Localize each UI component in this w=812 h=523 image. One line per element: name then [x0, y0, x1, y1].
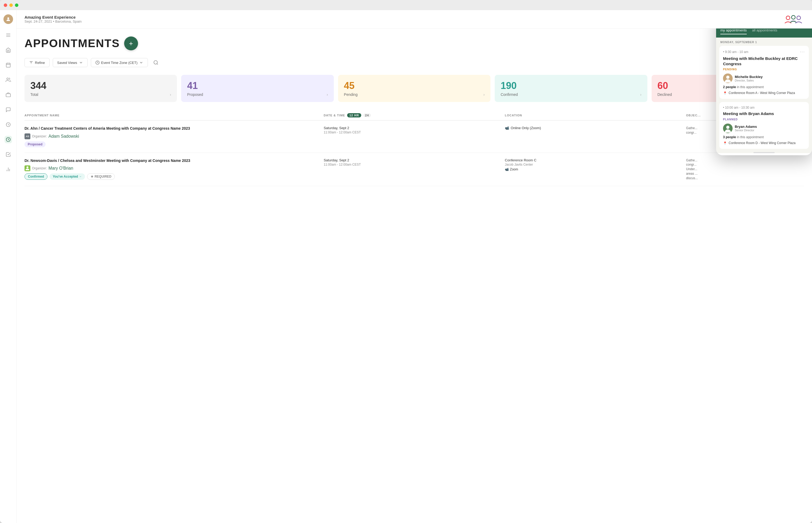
- location-pin-icon-2: 📍: [723, 141, 727, 145]
- mobile-location-text-1: Conference Room A - West Wing Corner Pla…: [729, 91, 795, 95]
- stat-pending-value: 45: [344, 80, 484, 91]
- table-row: Dr. Newsom-Davis / Chelsea and Westminst…: [24, 153, 804, 186]
- maximize-button[interactable]: [15, 3, 18, 7]
- stat-proposed[interactable]: 41 Proposed ›: [181, 75, 334, 102]
- stat-pending-label: Pending ›: [344, 92, 484, 97]
- organizer-avatar-1: AS: [24, 133, 30, 139]
- page-title: APPOINTMENTS: [24, 37, 120, 50]
- location-name-2: Conference Room C: [505, 158, 682, 162]
- organizer-label-1: Organizer:: [32, 134, 47, 138]
- main-content: Amazing Event Experience Sept. 24-27, 20…: [17, 10, 812, 523]
- svg-point-23: [154, 61, 157, 64]
- mobile-tab-my[interactable]: my appointments: [720, 29, 747, 34]
- mobile-appt-time-2: • 10:00 am - 10:30 am: [723, 106, 805, 109]
- page-title-row: APPOINTMENTS +: [24, 36, 804, 50]
- mobile-time-dot-1: • 9:30 am - 10 am: [723, 50, 748, 54]
- minimize-button[interactable]: [9, 3, 13, 7]
- search-icon: [153, 60, 159, 65]
- mobile-appt-status-1: PENDING: [723, 68, 805, 71]
- accepted-chevron-icon: [79, 175, 82, 178]
- stat-total[interactable]: 344 Total ›: [24, 75, 177, 102]
- status-badge-accepted[interactable]: You've Accepted: [50, 173, 85, 180]
- event-name: Amazing Event Experience: [24, 15, 82, 19]
- sidebar-item-briefcase[interactable]: [4, 91, 12, 98]
- star-icon: ★: [91, 175, 93, 178]
- svg-rect-9: [6, 94, 11, 97]
- mobile-person-name-1: Michelle Buckley: [735, 75, 763, 79]
- mobile-avatar-1: [723, 73, 732, 83]
- svg-point-16: [786, 16, 790, 20]
- appointment-cell-1: Dr. Ahn / Cancer Treatment Centers of Am…: [24, 126, 319, 147]
- sidebar-item-messages[interactable]: [4, 106, 12, 113]
- appointment-name-2[interactable]: Dr. Newsom-Davis / Chelsea and Westminst…: [24, 158, 319, 163]
- sidebar-item-analytics[interactable]: [4, 166, 12, 173]
- organizer-link-1[interactable]: Adam Sadowski: [49, 134, 79, 139]
- mobile-more-icon-1[interactable]: ···: [800, 50, 805, 54]
- refine-button[interactable]: Refine: [24, 58, 50, 67]
- timezone-button[interactable]: Event Time Zone (CET): [91, 58, 148, 67]
- logo-icon: [783, 14, 804, 24]
- mobile-people-count-1: 2 people in this appointment: [723, 85, 805, 89]
- svg-point-29: [726, 126, 729, 129]
- header-logo: [783, 14, 804, 24]
- svg-line-24: [157, 64, 158, 65]
- time-filter-badge[interactable]: 12 hr: [347, 113, 361, 118]
- stats-row: 344 Total › 41 Proposed ›: [24, 75, 804, 102]
- sidebar-item-handshake[interactable]: [4, 151, 12, 158]
- stat-pending[interactable]: 45 Pending ›: [338, 75, 491, 102]
- sidebar-item-badge[interactable]: [4, 121, 12, 128]
- stat-confirmed[interactable]: 190 Confirmed ›: [495, 75, 647, 102]
- appointment-cell-2: Dr. Newsom-Davis / Chelsea and Westminst…: [24, 158, 319, 180]
- sidebar-item-calendar[interactable]: [4, 61, 12, 69]
- location-cell-2: Conference Room C Jacob Javits Center 📹 …: [505, 158, 682, 172]
- objective-2: Gathe...congr...Under...areas ...discus.…: [686, 158, 804, 181]
- search-button[interactable]: [151, 58, 161, 67]
- mobile-chrome: ☰ APPOINTMENTS ⊕ ⫼ my appointments all a…: [716, 29, 812, 38]
- page-content: APPOINTMENTS + Refine Saved Views: [17, 29, 812, 523]
- status-badge-confirmed: Confirmed: [24, 173, 48, 180]
- mobile-appt-time-1: • 9:30 am - 10 am ···: [723, 50, 805, 54]
- timezone-chevron-icon: [139, 60, 143, 65]
- avatar[interactable]: [3, 14, 13, 24]
- sidebar: [0, 10, 17, 523]
- video-camera-icon: 📹: [505, 126, 509, 130]
- mobile-appt-title-1: Meeting with Michelle Buckley at EDRC Co…: [723, 56, 805, 66]
- avatar-placeholder-2: [723, 124, 732, 133]
- appointment-count: 24: [364, 113, 371, 117]
- close-button[interactable]: [4, 3, 7, 7]
- mobile-person-title-1: Director, Sales: [735, 79, 763, 82]
- mobile-tab-all[interactable]: all appointments: [752, 29, 777, 34]
- mobile-avatar-2: [723, 124, 732, 133]
- mobile-tabs: my appointments all appointments: [716, 29, 812, 38]
- date-2: Saturday, Sept 2: [324, 158, 500, 162]
- sidebar-item-home[interactable]: [4, 46, 12, 54]
- svg-point-27: [726, 76, 729, 79]
- mobile-body: MONDAY, SEPTEMBER 1 • 9:30 am - 10 am ··…: [716, 38, 812, 153]
- svg-point-25: [27, 166, 28, 168]
- saved-views-button[interactable]: Saved Views: [53, 58, 88, 67]
- mobile-appointment-1[interactable]: • 9:30 am - 10 am ··· Meeting with Miche…: [719, 46, 809, 99]
- event-date: Sept. 24-27, 2021 • Barcelona, Spain: [24, 19, 82, 23]
- sidebar-item-appointments[interactable]: [4, 136, 12, 143]
- status-badges-2: Confirmed You've Accepted ★ REQUIRED: [24, 173, 319, 180]
- location-sub-2: Jacob Javits Center: [505, 163, 682, 166]
- zoom-location-2: 📹 Zoom: [505, 167, 518, 171]
- svg-point-17: [792, 15, 795, 19]
- chevron-down-icon: [79, 60, 83, 65]
- status-badge-required: ★ REQUIRED: [87, 173, 115, 180]
- svg-point-18: [797, 16, 800, 20]
- stat-proposed-value: 41: [187, 80, 328, 91]
- sidebar-item-menu[interactable]: [4, 32, 12, 39]
- date-1: Saturday, Sept 2: [324, 126, 500, 130]
- organizer-row-2: Organizer: Mary O'Brian: [24, 165, 319, 171]
- datetime-cell-1: Saturday, Sept 2 11:00am - 12:00am CEST: [324, 126, 500, 134]
- mobile-person-2: Bryan Adams Senior Director: [723, 124, 805, 133]
- appointment-name-1[interactable]: Dr. Ahn / Cancer Treatment Centers of Am…: [24, 126, 319, 131]
- event-info: Amazing Event Experience Sept. 24-27, 20…: [24, 15, 82, 23]
- organizer-link-2[interactable]: Mary O'Brian: [49, 166, 73, 171]
- mobile-person-name-2: Bryan Adams: [735, 125, 757, 129]
- mobile-people-count-2: 3 people in this appointment: [723, 135, 805, 139]
- add-appointment-button[interactable]: +: [124, 36, 138, 50]
- sidebar-item-people[interactable]: [4, 76, 12, 84]
- mobile-appointment-2[interactable]: • 10:00 am - 10:30 am Meeting with Bryan…: [719, 102, 809, 149]
